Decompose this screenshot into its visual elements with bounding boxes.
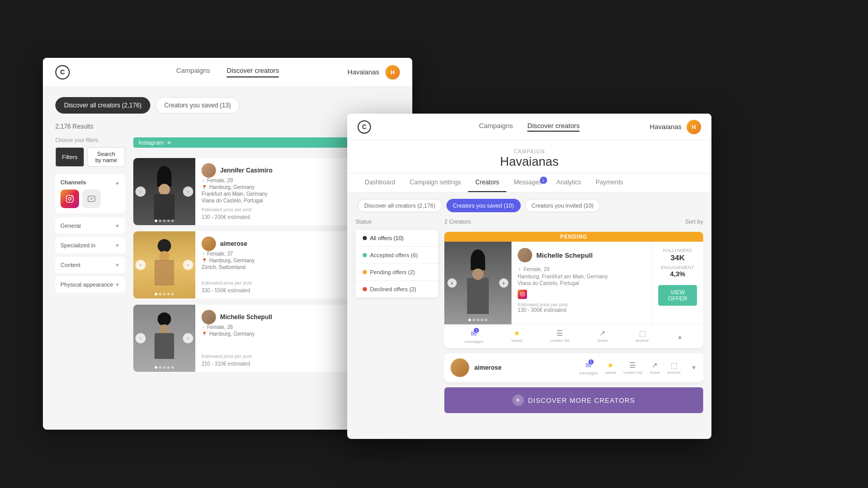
window1-tab-saved[interactable]: Creators you saved (13) [156, 97, 240, 114]
window2-subtab-saved[interactable]: Creators you saved (10) [446, 199, 521, 212]
window2-small-actions: ✉ 1 messages ★ saved ☰ creator list [579, 360, 697, 375]
window2-price-label: Estimated price per post [518, 302, 645, 307]
window2-nav-campaigns[interactable]: Campaigns [479, 122, 513, 132]
small-action-share[interactable]: ↗ share [649, 361, 660, 375]
window1-results-count: 2,176 Results [55, 123, 93, 130]
window2-filter-accepted[interactable]: Accepted offers (6) [355, 247, 438, 264]
window2-filter-declined[interactable]: Declined offers (2) [355, 281, 438, 297]
card-main-arrow-left[interactable]: ‹ [447, 278, 457, 288]
window1-sidebar: Choose your filters Filters Search by na… [55, 137, 125, 372]
window2-tab-creators[interactable]: Creators [468, 174, 506, 192]
action-archive[interactable]: ⬚ archive [636, 329, 649, 344]
window1-nav-discover[interactable]: Discover creators [227, 67, 279, 77]
creator-list-action-label: creator list [550, 338, 569, 343]
card-main-arrow-right[interactable]: › [499, 278, 508, 288]
window1-filter-general[interactable]: General ▼ [55, 217, 125, 234]
gender-icon-2: ♀ [202, 325, 205, 330]
window2-engagement-stat: ENGAGEMENT 4,3% [658, 265, 697, 278]
filter-tag-close-icon[interactable]: ✕ [167, 140, 171, 146]
window2-campaign-title: Havaianas [347, 154, 711, 169]
creator-2-avatar [202, 310, 216, 324]
archive-action-label: archive [636, 338, 649, 343]
window2-main-tabs: Dashboard Campaign settings Creators Mes… [347, 174, 711, 193]
card-0-arrow-left[interactable]: ‹ [135, 186, 146, 197]
window2-tab-messages[interactable]: Messages 1 [506, 174, 549, 192]
card-0-dots [155, 219, 174, 222]
youtube-channel-icon[interactable] [82, 190, 101, 208]
window1-filter-specialized[interactable]: Specialized in ▼ [55, 237, 125, 254]
creator-1-gender: ♀ Female, 37 [202, 251, 352, 257]
creator-2-location1: 📍 Hamburg, Germany [202, 331, 352, 337]
window1-search-by-name-btn[interactable]: Search by name [87, 147, 125, 167]
window2-price-section: Estimated price per post 130 - 300€ esti… [518, 302, 645, 313]
window1-nav-campaigns[interactable]: Campaigns [176, 67, 210, 77]
window2-filter-all-offers[interactable]: All offers (10) [355, 230, 438, 247]
window1-filter-content[interactable]: Content ▼ [55, 257, 125, 273]
window2-main-creator-card: PENDING ‹ › [444, 232, 703, 348]
window2-campaign-label: CAMPAIGN [347, 149, 711, 154]
window1-channel-icons [60, 190, 120, 208]
dot-declined [363, 287, 367, 291]
window2-nav-discover[interactable]: Discover creators [528, 122, 580, 132]
window2-creator-gender: ♀ Female, 29 [518, 266, 645, 272]
view-offer-button[interactable]: VIEW OFFER [658, 285, 697, 306]
window2-card-photo: ‹ › [444, 242, 512, 324]
location-icon-1a: 📍 [202, 258, 207, 263]
discover-more-creators-button[interactable]: + DISCOVER MORE CREATORS [444, 387, 703, 413]
creator-card-1-image: ‹ › [133, 231, 195, 298]
window1-channels-title: Channels [60, 179, 86, 185]
instagram-channel-icon[interactable] [60, 190, 79, 208]
window2-filter-options: All offers (10) Accepted offers (6) Pend… [355, 230, 438, 297]
small-action-saved[interactable]: ★ saved [605, 361, 616, 375]
saved-action-label: saved [512, 338, 522, 343]
window1-content-label: Content [60, 262, 81, 268]
window2-followers-stat: FOLLOWERS 34K [658, 248, 697, 262]
card-2-arrow-right[interactable]: › [183, 333, 193, 343]
creator-0-location3: Viana do Castelo, Portugal [202, 198, 352, 203]
action-creator-list[interactable]: ☰ creator list [550, 329, 569, 344]
small-archive-icon: ⬚ [671, 361, 677, 369]
window2-user-avatar[interactable]: H [687, 120, 701, 134]
window2-subtab-invited[interactable]: Creators you invited (10) [525, 199, 600, 212]
window2-small-creator-card: aimerose ✉ 1 messages ★ saved ☰ [444, 353, 703, 382]
window2-tab-campaign-settings[interactable]: Campaign settings [402, 174, 468, 192]
creator-1-avatar [202, 237, 216, 251]
window2-subtab-discover-all[interactable]: Discover all creators (2,176) [358, 199, 442, 212]
small-card-chevron-icon[interactable]: ▼ [691, 364, 697, 371]
window1-tab-discover-all[interactable]: Discover all creators (2,176) [55, 97, 150, 114]
window1-filters-btn[interactable]: Filters [55, 147, 84, 167]
small-action-archive[interactable]: ⬚ archive [667, 361, 680, 375]
card-0-arrow-right[interactable]: › [183, 186, 193, 197]
creator-card-0-top: Jennifer Casimiro [202, 163, 352, 178]
window1-filter-appearance[interactable]: Physical appearance ▼ [55, 276, 125, 293]
small-action-messages[interactable]: ✉ 1 messages [579, 360, 598, 375]
svg-point-12 [523, 293, 524, 293]
creator-0-avatar [202, 163, 216, 178]
card-collapse-button[interactable]: ▲ [677, 329, 683, 344]
window2-tab-dashboard[interactable]: Dashboard [358, 174, 402, 192]
window2-filter-pending[interactable]: Pending offers (2) [355, 264, 438, 281]
location-icon-2a: 📍 [202, 332, 207, 337]
window2-tab-payments[interactable]: Payments [588, 174, 630, 192]
window2-creator-avatar [518, 248, 532, 262]
window2-list-status-bar: 2 Creators Sort by [444, 216, 703, 227]
card-2-arrow-left[interactable]: ‹ [135, 333, 146, 343]
small-messages-badge: 1 [588, 359, 594, 365]
creator-card-2-image: ‹ › [133, 305, 195, 372]
card-1-arrow-left[interactable]: ‹ [135, 260, 146, 270]
action-saved[interactable]: ★ saved [512, 329, 522, 344]
card-main-dots [469, 319, 488, 321]
window1-user-avatar[interactable]: H [385, 65, 400, 80]
location-icon-0a: 📍 [202, 185, 207, 190]
action-messages[interactable]: ✉ 1 messages [464, 329, 483, 344]
discover-plus-icon: + [513, 395, 524, 406]
saved-icon: ★ [514, 329, 520, 337]
action-share[interactable]: ↗ share [597, 329, 608, 344]
small-action-list[interactable]: ☰ creator list [623, 361, 642, 375]
window2-tab-analytics[interactable]: Analytics [549, 174, 588, 192]
gender-icon-main: ♀ [518, 266, 522, 272]
window2-messages-badge: 1 [540, 177, 547, 184]
creator-list-icon: ☰ [556, 329, 563, 337]
creator-0-location1: 📍 Hamburg, Germany [202, 184, 352, 190]
card-1-arrow-right[interactable]: › [183, 260, 193, 270]
